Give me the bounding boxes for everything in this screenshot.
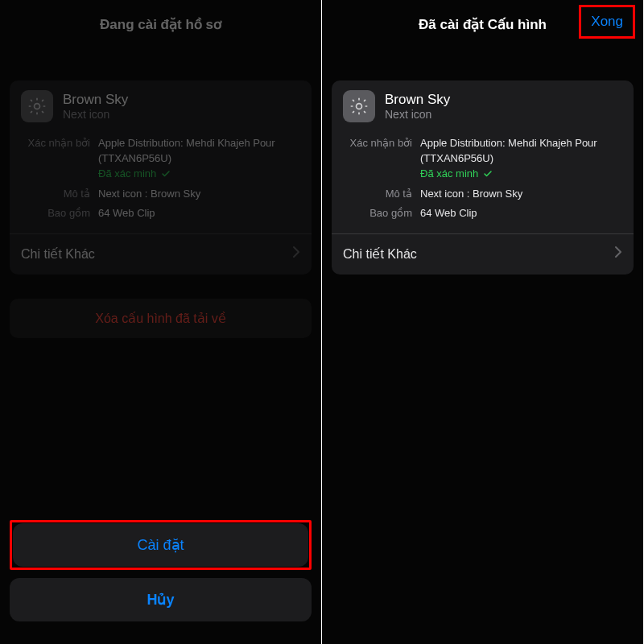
more-details-row[interactable]: Chi tiết Khác [332,233,634,275]
profile-header: Brown Sky Next icon [332,80,634,132]
install-button[interactable]: Cài đặt [13,523,308,567]
profile-subtitle: Next icon [63,108,128,122]
contains-value: 64 Web Clip [98,206,300,221]
signed-by-value: Apple Distribution: Mehdi Khajeh Pour (T… [98,137,275,164]
remove-profile-button[interactable]: Xóa cấu hình đã tải về [10,299,312,338]
nav-bar: Đã cài đặt Cấu hình Xong [322,0,643,48]
profile-subtitle: Next icon [385,108,450,122]
gear-icon [343,90,375,122]
more-details-label: Chi tiết Khác [21,246,95,262]
signed-by-label: Xác nhận bởi [21,136,90,151]
profile-info: Xác nhận bởi Apple Distribution: Mehdi K… [10,132,312,233]
profile-header: Brown Sky Next icon [10,80,312,132]
contains-label: Bao gồm [21,206,90,221]
cancel-button[interactable]: Hủy [10,578,312,621]
action-sheet: Cài đặt Hủy [10,520,312,621]
svg-point-1 [357,104,362,109]
done-button[interactable]: Xong [579,5,635,39]
profile-card: Brown Sky Next icon Xác nhận bởi Apple D… [10,80,312,275]
contains-value: 64 Web Clip [420,206,622,221]
nav-title: Đang cài đặt hồ sơ [100,16,221,33]
description-value: Next icon : Brown Sky [420,187,622,202]
chevron-right-icon [292,246,300,262]
description-label: Mô tả [21,187,90,202]
profile-name: Brown Sky [385,91,450,108]
nav-title: Đã cài đặt Cấu hình [419,16,547,33]
contains-label: Bao gồm [343,206,412,221]
highlight-install: Cài đặt [10,520,312,570]
svg-point-0 [35,104,40,109]
screen-installing: Đang cài đặt hồ sơ Brown Sky Next icon X… [0,0,322,644]
verified-badge: Đã xác minh [98,167,300,182]
chevron-right-icon [614,246,622,262]
profile-info: Xác nhận bởi Apple Distribution: Mehdi K… [332,132,634,233]
nav-bar: Đang cài đặt hồ sơ [0,0,321,48]
description-label: Mô tả [343,187,412,202]
signed-by-value: Apple Distribution: Mehdi Khajeh Pour (T… [420,137,597,164]
more-details-label: Chi tiết Khác [343,246,417,262]
profile-card: Brown Sky Next icon Xác nhận bởi Apple D… [332,80,634,275]
signed-by-label: Xác nhận bởi [343,136,412,151]
gear-icon [21,90,53,122]
verified-badge: Đã xác minh [420,167,622,182]
more-details-row[interactable]: Chi tiết Khác [10,233,312,275]
profile-name: Brown Sky [63,91,128,108]
screen-installed: Đã cài đặt Cấu hình Xong Brown Sky Next … [322,0,644,644]
description-value: Next icon : Brown Sky [98,187,300,202]
